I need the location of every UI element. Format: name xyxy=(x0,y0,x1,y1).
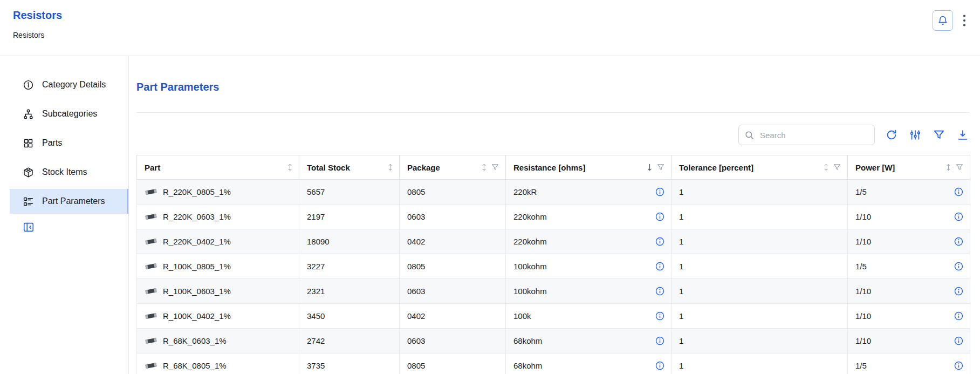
row-info-button[interactable] xyxy=(954,287,963,296)
sidebar-item-parts[interactable]: Parts xyxy=(10,131,128,155)
cell-part: R_100K_0805_1% xyxy=(137,254,299,279)
sort-icon xyxy=(946,164,951,171)
cell-power: 1/10 xyxy=(848,229,970,254)
sidebar-item-label: Part Parameters xyxy=(42,196,105,206)
part-thumbnail-icon xyxy=(145,287,157,295)
cell-power: 1/5 xyxy=(848,180,970,205)
column-label: Power [W] xyxy=(855,163,895,172)
sidebar-item-part-parameters[interactable]: Part Parameters xyxy=(10,189,128,214)
table-row[interactable]: R_220K_0805_1%56570805220kR11/5 xyxy=(137,180,970,205)
column-header-total_stock[interactable]: Total Stock xyxy=(299,155,400,180)
cell-package: 0603 xyxy=(400,279,506,304)
filter-button[interactable] xyxy=(932,128,946,142)
part-parameters-table: PartTotal StockPackageResistance [ohms]T… xyxy=(136,155,970,374)
row-info-button[interactable] xyxy=(954,212,963,221)
row-info-button[interactable] xyxy=(655,361,664,370)
info-icon xyxy=(954,262,963,271)
overflow-menu-button[interactable] xyxy=(962,12,967,29)
cell-package: 0805 xyxy=(400,180,506,205)
column-header-power[interactable]: Power [W] xyxy=(848,155,970,180)
cell-power: 1/5 xyxy=(848,254,970,279)
sliders-icon xyxy=(909,129,921,141)
cell-part: R_220K_0603_1% xyxy=(137,205,299,229)
column-filter-icon[interactable] xyxy=(833,164,841,171)
breadcrumb[interactable]: Resistors xyxy=(13,31,62,39)
resistance-value: 68kohm xyxy=(513,336,542,345)
table-toolbar xyxy=(136,125,970,145)
row-info-button[interactable] xyxy=(655,187,664,196)
info-icon xyxy=(655,237,664,246)
column-header-tolerance[interactable]: Tolerance [percent] xyxy=(671,155,848,180)
row-info-button[interactable] xyxy=(954,311,963,321)
info-icon xyxy=(954,237,963,246)
notifications-button[interactable] xyxy=(933,10,953,31)
column-filter-icon[interactable] xyxy=(657,164,664,171)
sidebar-item-category-details[interactable]: Category Details xyxy=(10,72,128,97)
hierarchy-icon xyxy=(23,108,34,120)
sidebar-item-subcategories[interactable]: Subcategories xyxy=(10,101,128,126)
column-header-package[interactable]: Package xyxy=(400,155,506,180)
main-content: Part Parameters xyxy=(129,56,980,374)
table-settings-button[interactable] xyxy=(908,128,922,142)
list-details-icon xyxy=(23,196,34,207)
row-info-button[interactable] xyxy=(655,212,664,221)
row-info-button[interactable] xyxy=(954,187,963,196)
row-info-button[interactable] xyxy=(655,287,664,296)
table-row[interactable]: R_68K_0603_1%2742060368kohm11/10 xyxy=(137,329,970,353)
column-header-part[interactable]: Part xyxy=(137,155,299,180)
info-icon xyxy=(954,287,963,296)
row-info-button[interactable] xyxy=(655,311,664,321)
search-icon xyxy=(744,130,755,140)
table-row[interactable]: R_220K_0603_1%21970603220kohm11/10 xyxy=(137,205,970,229)
row-info-button[interactable] xyxy=(655,262,664,271)
column-header-resistance[interactable]: Resistance [ohms] xyxy=(506,155,671,180)
resistance-value: 100kohm xyxy=(513,262,547,271)
grid-icon xyxy=(23,138,34,149)
row-info-button[interactable] xyxy=(954,237,963,246)
column-filter-icon[interactable] xyxy=(491,164,499,171)
table-row[interactable]: R_68K_0805_1%3735080568kohm11/5 xyxy=(137,353,970,374)
sidebar-item-label: Parts xyxy=(42,138,62,148)
info-icon xyxy=(954,361,963,370)
table-row[interactable]: R_100K_0805_1%32270805100kohm11/5 xyxy=(137,254,970,279)
collapse-sidebar-button[interactable] xyxy=(22,220,36,234)
sidebar-item-label: Stock Items xyxy=(42,167,87,177)
info-icon xyxy=(954,311,963,321)
search-input[interactable] xyxy=(759,130,869,140)
cell-part: R_68K_0603_1% xyxy=(137,329,299,353)
cell-total_stock: 3735 xyxy=(299,353,400,374)
table-row[interactable]: R_220K_0402_1%180900402220kohm11/10 xyxy=(137,229,970,254)
part-thumbnail-icon xyxy=(145,362,157,370)
info-icon xyxy=(655,212,664,221)
sidebar-item-label: Category Details xyxy=(42,80,106,90)
info-icon xyxy=(954,212,963,221)
row-info-button[interactable] xyxy=(954,262,963,271)
info-icon xyxy=(655,361,664,370)
part-thumbnail-icon xyxy=(145,188,157,196)
row-info-button[interactable] xyxy=(954,361,963,370)
header-left: Resistors Resistors xyxy=(13,9,62,39)
panel-collapse-icon xyxy=(23,221,35,233)
sidebar-item-stock-items[interactable]: Stock Items xyxy=(10,160,128,185)
row-info-button[interactable] xyxy=(954,336,963,345)
row-info-button[interactable] xyxy=(655,336,664,345)
cell-power: 1/5 xyxy=(848,353,970,374)
row-info-button[interactable] xyxy=(655,237,664,246)
download-button[interactable] xyxy=(956,128,970,142)
column-label: Package xyxy=(407,163,440,172)
part-name: R_220K_0805_1% xyxy=(163,187,231,196)
part-thumbnail-icon xyxy=(145,312,157,320)
part-thumbnail-icon xyxy=(145,337,157,345)
sort-icon xyxy=(482,164,486,171)
column-filter-icon[interactable] xyxy=(956,164,963,171)
info-icon xyxy=(23,79,34,91)
refresh-button[interactable] xyxy=(885,128,899,142)
part-name: R_100K_0805_1% xyxy=(163,262,231,271)
table-row[interactable]: R_100K_0402_1%34500402100k11/10 xyxy=(137,304,970,329)
table-row[interactable]: R_100K_0603_1%23210603100kohm11/10 xyxy=(137,279,970,304)
cell-part: R_68K_0805_1% xyxy=(137,353,299,374)
info-icon xyxy=(954,187,963,196)
cell-package: 0805 xyxy=(400,353,506,374)
sort-desc-icon xyxy=(647,164,652,171)
cell-power: 1/10 xyxy=(848,304,970,329)
